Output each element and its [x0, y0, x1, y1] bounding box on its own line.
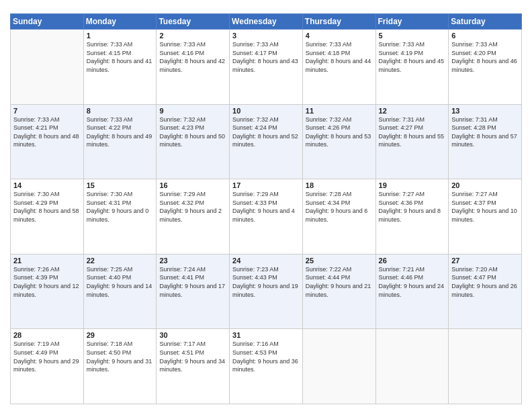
- sunrise-text: Sunrise: 7:26 AM: [13, 266, 60, 273]
- daylight-text: Daylight: 9 hours and 0 minutes.: [87, 208, 149, 223]
- calendar-cell: 9 Sunrise: 7:32 AM Sunset: 4:23 PM Dayli…: [157, 104, 230, 179]
- day-number: 6: [451, 32, 519, 40]
- calendar-table: SundayMondayTuesdayWednesdayThursdayFrid…: [10, 13, 522, 404]
- sunset-text: Sunset: 4:21 PM: [13, 124, 58, 131]
- daylight-text: Daylight: 9 hours and 19 minutes.: [232, 283, 298, 298]
- calendar-cell: 15 Sunrise: 7:30 AM Sunset: 4:31 PM Dayl…: [83, 179, 157, 255]
- day-info: Sunrise: 7:33 AM Sunset: 4:15 PM Dayligh…: [87, 40, 154, 74]
- calendar-cell: 22 Sunrise: 7:25 AM Sunset: 4:40 PM Dayl…: [83, 254, 157, 329]
- day-number: 12: [379, 107, 446, 115]
- sunrise-text: Sunrise: 7:22 AM: [306, 266, 352, 273]
- day-info: Sunrise: 7:27 AM Sunset: 4:37 PM Dayligh…: [451, 190, 519, 224]
- sunset-text: Sunset: 4:23 PM: [159, 124, 204, 131]
- calendar-cell: 30 Sunrise: 7:17 AM Sunset: 4:51 PM Dayl…: [157, 329, 230, 404]
- day-number: 21: [13, 257, 81, 265]
- daylight-text: Daylight: 8 hours and 55 minutes.: [379, 133, 445, 148]
- day-info: Sunrise: 7:16 AM Sunset: 4:53 PM Dayligh…: [232, 340, 300, 373]
- day-number: 15: [87, 181, 154, 189]
- calendar-cell: 29 Sunrise: 7:18 AM Sunset: 4:50 PM Dayl…: [83, 329, 157, 404]
- daylight-text: Daylight: 9 hours and 17 minutes.: [159, 283, 225, 298]
- sunset-text: Sunset: 4:19 PM: [379, 50, 424, 56]
- day-info: Sunrise: 7:18 AM Sunset: 4:50 PM Dayligh…: [87, 340, 154, 373]
- sunrise-text: Sunrise: 7:33 AM: [232, 41, 279, 48]
- day-number: 10: [232, 107, 300, 115]
- calendar-cell: 26 Sunrise: 7:21 AM Sunset: 4:46 PM Dayl…: [375, 254, 449, 329]
- daylight-text: Daylight: 8 hours and 44 minutes.: [306, 58, 371, 73]
- calendar-cell: 1 Sunrise: 7:33 AM Sunset: 4:15 PM Dayli…: [83, 30, 157, 105]
- day-number: 9: [159, 107, 226, 115]
- day-number: 2: [159, 32, 226, 40]
- sunset-text: Sunset: 4:51 PM: [159, 349, 204, 356]
- calendar-cell: 2 Sunrise: 7:33 AM Sunset: 4:16 PM Dayli…: [157, 30, 230, 105]
- day-info: Sunrise: 7:29 AM Sunset: 4:33 PM Dayligh…: [232, 190, 300, 224]
- day-number: 29: [87, 331, 154, 339]
- sunset-text: Sunset: 4:31 PM: [87, 199, 132, 206]
- sunrise-text: Sunrise: 7:33 AM: [87, 41, 133, 48]
- sunrise-text: Sunrise: 7:33 AM: [451, 41, 498, 48]
- daylight-text: Daylight: 9 hours and 34 minutes.: [159, 358, 225, 373]
- sunset-text: Sunset: 4:15 PM: [87, 50, 132, 56]
- day-info: Sunrise: 7:33 AM Sunset: 4:18 PM Dayligh…: [306, 40, 373, 74]
- sunrise-text: Sunrise: 7:27 AM: [379, 191, 425, 197]
- day-info: Sunrise: 7:33 AM Sunset: 4:16 PM Dayligh…: [159, 40, 226, 74]
- day-info: Sunrise: 7:33 AM Sunset: 4:22 PM Dayligh…: [87, 116, 154, 149]
- sunset-text: Sunset: 4:39 PM: [13, 274, 58, 281]
- sunrise-text: Sunrise: 7:20 AM: [451, 266, 498, 273]
- sunset-text: Sunset: 4:41 PM: [159, 274, 204, 281]
- daylight-text: Daylight: 8 hours and 42 minutes.: [159, 58, 225, 73]
- calendar-cell: 7 Sunrise: 7:33 AM Sunset: 4:21 PM Dayli…: [11, 104, 84, 179]
- day-number: 31: [232, 331, 300, 339]
- daylight-text: Daylight: 8 hours and 57 minutes.: [451, 133, 517, 148]
- sunrise-text: Sunrise: 7:29 AM: [159, 191, 206, 197]
- calendar-cell: [375, 329, 449, 404]
- daylight-text: Daylight: 9 hours and 21 minutes.: [306, 283, 371, 298]
- calendar-cell: [11, 30, 84, 105]
- sunset-text: Sunset: 4:47 PM: [451, 274, 496, 281]
- day-info: Sunrise: 7:20 AM Sunset: 4:47 PM Dayligh…: [451, 265, 519, 299]
- sunset-text: Sunset: 4:22 PM: [87, 124, 132, 131]
- calendar-cell: 20 Sunrise: 7:27 AM Sunset: 4:37 PM Dayl…: [449, 179, 522, 255]
- day-info: Sunrise: 7:21 AM Sunset: 4:46 PM Dayligh…: [379, 265, 446, 299]
- calendar-cell: 14 Sunrise: 7:30 AM Sunset: 4:29 PM Dayl…: [11, 179, 84, 255]
- sunrise-text: Sunrise: 7:18 AM: [87, 340, 133, 347]
- sunrise-text: Sunrise: 7:30 AM: [13, 191, 60, 197]
- sunset-text: Sunset: 4:50 PM: [87, 349, 132, 356]
- daylight-text: Daylight: 8 hours and 58 minutes.: [13, 208, 79, 223]
- calendar-cell: 8 Sunrise: 7:33 AM Sunset: 4:22 PM Dayli…: [83, 104, 157, 179]
- day-info: Sunrise: 7:17 AM Sunset: 4:51 PM Dayligh…: [159, 340, 226, 373]
- day-info: Sunrise: 7:32 AM Sunset: 4:26 PM Dayligh…: [306, 116, 373, 149]
- daylight-text: Daylight: 9 hours and 2 minutes.: [159, 208, 222, 223]
- day-info: Sunrise: 7:32 AM Sunset: 4:23 PM Dayligh…: [159, 116, 226, 149]
- day-info: Sunrise: 7:31 AM Sunset: 4:28 PM Dayligh…: [451, 116, 519, 149]
- sunset-text: Sunset: 4:32 PM: [159, 199, 204, 206]
- sunrise-text: Sunrise: 7:30 AM: [87, 191, 133, 197]
- daylight-text: Daylight: 9 hours and 36 minutes.: [232, 358, 298, 373]
- calendar-cell: 5 Sunrise: 7:33 AM Sunset: 4:19 PM Dayli…: [375, 30, 449, 105]
- sunrise-text: Sunrise: 7:16 AM: [232, 340, 279, 347]
- day-number: 5: [379, 32, 446, 40]
- calendar-week-1: 7 Sunrise: 7:33 AM Sunset: 4:21 PM Dayli…: [11, 104, 522, 179]
- day-number: 26: [379, 257, 446, 265]
- daylight-text: Daylight: 9 hours and 4 minutes.: [232, 208, 295, 223]
- sunrise-text: Sunrise: 7:25 AM: [87, 266, 133, 273]
- day-number: 19: [379, 181, 446, 189]
- day-info: Sunrise: 7:31 AM Sunset: 4:27 PM Dayligh…: [379, 116, 446, 149]
- daylight-text: Daylight: 8 hours and 52 minutes.: [232, 133, 298, 148]
- logo: [10, 7, 30, 9]
- sunset-text: Sunset: 4:36 PM: [379, 199, 424, 206]
- sunrise-text: Sunrise: 7:33 AM: [379, 41, 425, 48]
- day-number: 30: [159, 331, 226, 339]
- day-number: 18: [306, 181, 373, 189]
- day-number: 27: [451, 257, 519, 265]
- col-header-wednesday: Wednesday: [230, 14, 303, 30]
- day-info: Sunrise: 7:19 AM Sunset: 4:49 PM Dayligh…: [13, 340, 81, 373]
- calendar-cell: 21 Sunrise: 7:26 AM Sunset: 4:39 PM Dayl…: [11, 254, 84, 329]
- sunrise-text: Sunrise: 7:29 AM: [232, 191, 279, 197]
- calendar-cell: 28 Sunrise: 7:19 AM Sunset: 4:49 PM Dayl…: [11, 329, 84, 404]
- calendar-cell: 11 Sunrise: 7:32 AM Sunset: 4:26 PM Dayl…: [302, 104, 375, 179]
- day-info: Sunrise: 7:24 AM Sunset: 4:41 PM Dayligh…: [159, 265, 226, 299]
- day-info: Sunrise: 7:29 AM Sunset: 4:32 PM Dayligh…: [159, 190, 226, 224]
- page: SundayMondayTuesdayWednesdayThursdayFrid…: [0, 0, 532, 411]
- day-number: 11: [306, 107, 373, 115]
- day-info: Sunrise: 7:33 AM Sunset: 4:21 PM Dayligh…: [13, 116, 81, 149]
